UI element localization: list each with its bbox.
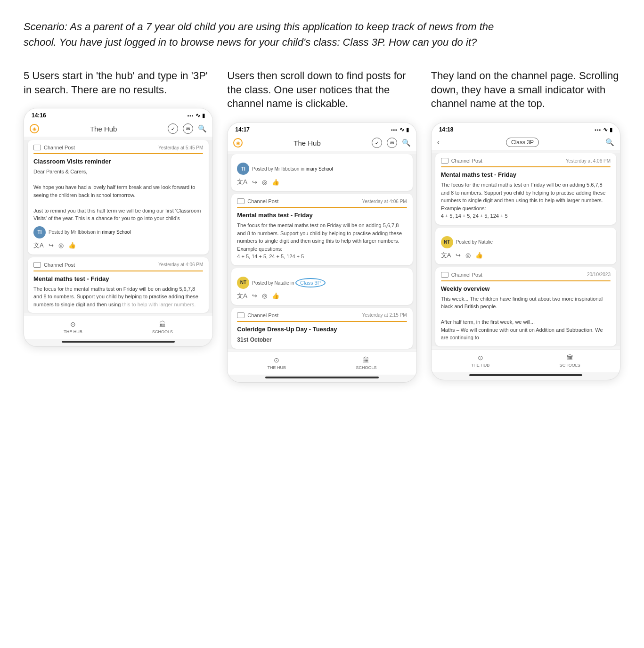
check-icon-2[interactable]: ✓ [372, 138, 382, 148]
post-header-2-1: Channel Post Yesterday at 4:06 PM [237, 198, 407, 204]
action-icons-3-natalie: 文A ↪ ◎ 👍 [441, 251, 611, 260]
col3-description: They land on the channel page. Scrolling… [431, 69, 620, 111]
translate-icon-2[interactable]: 文A [237, 178, 247, 186]
like-icon[interactable]: ◎ [58, 242, 64, 249]
action-icons-2-0: 文A ↪ ◎ 👍 [237, 178, 407, 186]
battery-icon-2: ▮ [406, 127, 409, 133]
post-timestamp-2-1: Yesterday at 4:06 PM [362, 199, 407, 204]
thumbsup-icon-3[interactable]: 👍 [272, 292, 279, 299]
post-divider-2 [33, 271, 203, 271]
schools-nav-item-2[interactable]: 🏛 SCHOOLS [356, 356, 376, 370]
post-body-1-1: Dear Parents & Carers, We hope you have … [33, 168, 203, 222]
post-title-coleridge: Coleridge Dress-Up Day - Tuesday [237, 326, 407, 333]
post-card-2-natalie: NT Posted by Natalie in Class 3P 文A ↪ ◎ … [231, 268, 412, 305]
post-header-1-1: Channel Post Yesterday at 5:45 PM [33, 145, 203, 150]
search-icon-3[interactable]: 🔍 [605, 138, 614, 147]
post-card-3-1: Channel Post Yesterday at 4:06 PM Mental… [435, 153, 616, 225]
scenario-text: Scenario: As a parent of a 7 year old ch… [24, 19, 495, 50]
thumbsup-icon-4[interactable]: 👍 [475, 252, 483, 259]
check-icon[interactable]: ✓ [168, 123, 178, 134]
post-label-icon-2-1 [237, 198, 245, 204]
signal-icon-2: ▪▪▪ [391, 127, 398, 132]
hub-nav-item-1[interactable]: ⊙ THE HUB [64, 320, 82, 334]
avatar-row-1-1: TI Posted by Mr Ibbotson in rimary Schoo… [33, 226, 203, 238]
share-icon-3[interactable]: ↪ [252, 292, 257, 299]
post-title-3-weekly: Weekly overview [441, 285, 611, 292]
bottom-nav-2: ⊙ THE HUB 🏛 SCHOOLS [228, 352, 416, 375]
nav-title-1: The Hub [90, 125, 117, 133]
search-icon[interactable]: 🔍 [198, 124, 207, 133]
post-card-1-1: Channel Post Yesterday at 5:45 PM Classr… [28, 140, 209, 254]
schools-label-3: SCHOOLS [560, 363, 580, 368]
phone-content-1: Channel Post Yesterday at 5:45 PM Classr… [24, 140, 212, 313]
post-label-icon-3-1 [441, 158, 448, 164]
avatar-text-2-0: Posted by Mr Ibbotson in imary School [252, 166, 333, 172]
status-icons-3: ▪▪▪ ∿ ▮ [595, 126, 612, 133]
avatar-text-1-1: Posted by Mr Ibbotson in rimary School [49, 230, 131, 235]
time-2: 14:17 [235, 126, 250, 133]
phone-nav-3: ‹ Class 3P 🔍 [432, 135, 620, 150]
post-label-1-1: Channel Post [33, 145, 75, 150]
thumbsup-icon[interactable]: 👍 [68, 242, 76, 249]
like-icon-2[interactable]: ◎ [262, 179, 267, 186]
post-divider-3-weekly [441, 280, 611, 281]
channel-link-1[interactable]: rimary School [102, 230, 130, 235]
columns-container: 5 Users start in 'the hub' and type in '… [24, 69, 620, 383]
bell-icon-2[interactable]: ✉ [387, 138, 397, 148]
post-subtitle-coleridge: 31st October [237, 336, 407, 344]
share-icon-4[interactable]: ↪ [456, 252, 461, 259]
translate-icon[interactable]: 文A [33, 241, 44, 250]
translate-icon-3[interactable]: 文A [237, 292, 247, 300]
signal-icon-3: ▪▪▪ [595, 127, 601, 132]
post-divider-2-1 [237, 207, 407, 208]
search-icon-2[interactable]: 🔍 [402, 139, 411, 147]
class3p-channel-link[interactable]: Class 3P [295, 278, 326, 287]
status-bar-1: 14:16 ▪▪▪ ∿ ▮ [24, 108, 212, 121]
post-label-coleridge: Channel Post [237, 312, 278, 318]
schools-icon-2: 🏛 [362, 356, 370, 364]
post-divider-coleridge [237, 321, 407, 322]
post-label-icon [33, 145, 41, 150]
post-label-3-weekly: Channel Post [441, 272, 482, 278]
schools-nav-item-3[interactable]: 🏛 SCHOOLS [560, 353, 580, 368]
like-icon-3[interactable]: ◎ [262, 292, 267, 299]
hub-nav-item-2[interactable]: ⊙ THE HUB [268, 356, 286, 370]
post-header-3-weekly: Channel Post 20/10/2023 [441, 272, 611, 278]
schools-icon-1: 🏛 [158, 320, 167, 328]
avatar-TI-1: TI [33, 226, 46, 238]
class3p-nav-badge: Class 3P [506, 138, 539, 147]
like-icon-4[interactable]: ◎ [465, 252, 471, 259]
post-title-3-1: Mental maths test - Friday [441, 171, 611, 178]
hub-nav-item-3[interactable]: ⊙ THE HUB [471, 353, 490, 368]
schools-nav-item-1[interactable]: 🏛 SCHOOLS [152, 320, 173, 334]
schools-icon-3: 🏛 [566, 353, 574, 362]
post-label-3-1: Channel Post [441, 158, 482, 164]
phone-1: 14:16 ▪▪▪ ∿ ▮ ◉ The Hub ✓ ✉ 🔍 [24, 108, 213, 347]
wifi-icon-3: ∿ [603, 126, 608, 133]
post-divider [33, 153, 203, 154]
post-timestamp-coleridge: Yesterday at 2:15 PM [362, 312, 407, 318]
avatar-row-2-0: TI Posted by Mr Ibbotson in imary School [237, 163, 407, 175]
channel-link-2-0[interactable]: imary School [306, 166, 333, 172]
wifi-icon-2: ∿ [399, 126, 404, 133]
avatar-NT-2: NT [237, 277, 249, 289]
thumbsup-icon-2[interactable]: 👍 [272, 179, 279, 186]
home-indicator-1 [62, 341, 175, 343]
avatar-row-natalie: NT Posted by Natalie in Class 3P [237, 277, 407, 289]
phone-content-2: TI Posted by Mr Ibbotson in imary School… [228, 154, 416, 349]
location-icon: ◉ [30, 124, 39, 133]
post-label-1-2: Channel Post [33, 262, 75, 268]
post-body-fade-2: this to help with larger numbers. [122, 302, 196, 307]
share-icon-2[interactable]: ↪ [252, 179, 257, 186]
hub-icon-2: ⊙ [272, 356, 281, 364]
nav-icons-2: ✓ ✉ 🔍 [372, 138, 411, 148]
battery-icon: ▮ [202, 113, 205, 119]
share-icon[interactable]: ↪ [49, 242, 54, 249]
hub-label-3: THE HUB [471, 363, 490, 368]
status-bar-3: 14:18 ▪▪▪ ∿ ▮ [432, 123, 620, 135]
bell-icon[interactable]: ✉ [183, 123, 193, 134]
translate-icon-4[interactable]: 文A [441, 251, 451, 260]
hub-icon-1: ⊙ [69, 320, 77, 328]
back-button[interactable]: ‹ [437, 138, 440, 147]
bottom-nav-3: ⊙ THE HUB 🏛 SCHOOLS [432, 349, 620, 372]
